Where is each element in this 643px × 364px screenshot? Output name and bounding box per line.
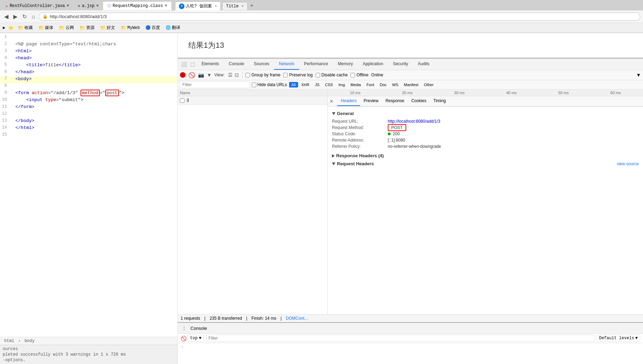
filter-doc[interactable]: Doc bbox=[377, 82, 389, 88]
console-context-select[interactable]: top ▼ bbox=[188, 335, 204, 342]
filter-css[interactable]: CSS bbox=[323, 82, 335, 88]
referrer-policy-value: no-referrer-when-downgrade bbox=[388, 144, 441, 149]
devtools-device-btn[interactable]: ⬚ bbox=[189, 60, 197, 68]
tab-elements[interactable]: Elements bbox=[197, 59, 224, 70]
filter-input[interactable] bbox=[180, 81, 250, 88]
tab-performance[interactable]: Performance bbox=[299, 59, 333, 70]
disable-cache-label[interactable]: Disable cache bbox=[316, 73, 348, 77]
grid-view-btn[interactable]: ⊡ bbox=[234, 71, 240, 78]
request-checkbox-3[interactable] bbox=[180, 98, 184, 103]
close-jsp-tab[interactable]: × bbox=[96, 3, 99, 8]
filter-ws[interactable]: WS bbox=[390, 82, 401, 88]
console-clear-btn[interactable]: 🚫 bbox=[181, 336, 186, 341]
general-toggle-icon bbox=[332, 112, 335, 115]
detail-request-method: Request Method: POST bbox=[332, 124, 639, 131]
breadcrumb-html[interactable]: html bbox=[4, 339, 14, 343]
browser-tab-active[interactable]: e 人吃? 饭回案 × bbox=[175, 1, 221, 10]
tab-bar: ☕ RestFulController.java × ◈ a.jsp × ⬡ R… bbox=[0, 0, 643, 10]
tab-audits[interactable]: Audits bbox=[413, 59, 434, 70]
filter-js[interactable]: JS bbox=[312, 82, 322, 88]
filter-button[interactable]: ▼ bbox=[207, 72, 212, 78]
offline-label[interactable]: Offline bbox=[350, 73, 368, 77]
footer-dom[interactable]: DOMCont... bbox=[286, 316, 308, 321]
hide-data-url-label[interactable]: Hide data URLs bbox=[252, 82, 287, 87]
response-headers-toggle[interactable]: Response Headers (4) bbox=[332, 152, 639, 159]
bookmark-resources[interactable]: 📁资源 bbox=[78, 24, 96, 31]
timeline-header: 10 ms 20 ms 30 ms 40 ms 50 ms 60 ms bbox=[328, 90, 643, 96]
preserve-log-label[interactable]: Preserve log bbox=[283, 73, 312, 77]
hide-data-url-checkbox[interactable] bbox=[252, 83, 256, 87]
group-by-frame-checkbox[interactable] bbox=[245, 73, 250, 77]
console-icon-btn[interactable]: ⋮ bbox=[181, 324, 188, 332]
bookmark-shoucang[interactable]: 📁收藏 bbox=[16, 24, 34, 31]
details-tab-cookies[interactable]: Cookies bbox=[408, 96, 430, 106]
group-by-frame-label[interactable]: Group by frame bbox=[245, 73, 280, 77]
bookmarks-bar: ▶ ⭐ 📁收藏 📁媒体 📁云网 📁资源 📁好文 📁MyWeb 🔵百度 🌐翻译 bbox=[0, 23, 643, 33]
group-by-frame-text: Group by frame bbox=[251, 73, 280, 77]
status-code-value: 200 bbox=[388, 131, 400, 136]
filter-xhr[interactable]: XHR bbox=[299, 82, 312, 88]
editor-tab-jsp[interactable]: ◈ a.jsp × bbox=[74, 2, 103, 10]
new-tab-button[interactable]: + bbox=[248, 2, 256, 10]
bookmark-cloud[interactable]: 📁云网 bbox=[58, 24, 75, 31]
bottom-console: ⋮ Console 🚫 top ▼ Default levels ▼ bbox=[178, 322, 643, 364]
bookmark-haowu[interactable]: 📁好文 bbox=[99, 24, 116, 31]
bookmark-media[interactable]: 📁媒体 bbox=[37, 24, 55, 31]
filter-other[interactable]: Other bbox=[422, 82, 436, 88]
tab-sources[interactable]: Sources bbox=[249, 59, 274, 70]
list-view-btn[interactable]: ☰ bbox=[227, 71, 233, 78]
details-tab-preview[interactable]: Preview bbox=[360, 96, 382, 106]
editor-tab-class[interactable]: ⬡ RequestMapping.class × bbox=[103, 2, 172, 10]
console-prompt: › bbox=[181, 344, 640, 350]
view-source-link[interactable]: view source bbox=[617, 161, 639, 166]
clear-button[interactable]: 🚫 bbox=[188, 72, 195, 78]
close-browser-tab[interactable]: × bbox=[215, 4, 217, 8]
close-details-button[interactable]: × bbox=[328, 98, 335, 105]
network-panel: 🚫 📷 ▼ View: ☰ ⊡ Group by frame bbox=[178, 70, 643, 322]
devtools-inspect-btn[interactable]: ⬜ bbox=[179, 60, 189, 68]
console-level-arrow: ▼ bbox=[635, 336, 638, 341]
bookmark-baidu[interactable]: 🔵百度 bbox=[144, 24, 161, 31]
camera-button[interactable]: 📷 bbox=[198, 72, 204, 78]
reload-button[interactable]: ↻ bbox=[21, 12, 28, 21]
tab-application[interactable]: Application bbox=[358, 59, 388, 70]
footer-sep3: | bbox=[280, 316, 281, 321]
close-java-tab[interactable]: × bbox=[67, 3, 69, 8]
breadcrumb-body[interactable]: body bbox=[24, 339, 35, 343]
home-button[interactable]: ⌂ bbox=[30, 12, 37, 21]
forward-button[interactable]: ▶ bbox=[12, 12, 19, 21]
offline-checkbox[interactable] bbox=[350, 73, 355, 77]
filter-img[interactable]: Img bbox=[336, 82, 347, 88]
request-row-3[interactable]: 3 bbox=[178, 96, 327, 105]
code-line-12: 12 bbox=[0, 111, 177, 118]
details-tab-response[interactable]: Response bbox=[382, 96, 408, 106]
preserve-log-checkbox[interactable] bbox=[283, 73, 288, 77]
filter-all[interactable]: All bbox=[289, 82, 298, 88]
network-main: Name 10 ms 20 ms 30 ms 40 ms 50 ms 60 ms bbox=[178, 90, 643, 322]
editor-tab-java[interactable]: ☕ RestFulController.java × bbox=[1, 2, 74, 10]
tab-console[interactable]: Console bbox=[224, 59, 249, 70]
editor-tab-java-label: RestFulController.java bbox=[10, 3, 65, 8]
back-button[interactable]: ◀ bbox=[3, 12, 10, 21]
details-tab-timing[interactable]: Timing bbox=[430, 96, 449, 106]
close-class-tab[interactable]: × bbox=[165, 3, 167, 8]
details-tab-headers[interactable]: Headers bbox=[337, 96, 360, 106]
address-bar[interactable]: 🔒 http://localhost:8080/add/1/3 bbox=[39, 13, 640, 21]
filter-manifest[interactable]: Manifest bbox=[401, 82, 421, 88]
network-settings-btn[interactable]: ▼ bbox=[636, 72, 641, 78]
console-filter-input[interactable] bbox=[206, 335, 595, 342]
browser-tab-title[interactable]: Title × bbox=[222, 2, 248, 10]
record-button[interactable] bbox=[180, 72, 186, 78]
close-title-tab[interactable]: × bbox=[241, 4, 244, 8]
tab-security[interactable]: Security bbox=[388, 59, 413, 70]
filter-type-buttons: All XHR JS CSS Img Media Font Doc WS Man… bbox=[289, 82, 436, 88]
bookmark-translate[interactable]: 🌐翻译 bbox=[164, 24, 182, 31]
tab-network[interactable]: Network bbox=[274, 59, 299, 70]
tab-memory[interactable]: Memory bbox=[333, 59, 358, 70]
filter-font[interactable]: Font bbox=[364, 82, 377, 88]
filter-media[interactable]: Media bbox=[348, 82, 363, 88]
console-level-select[interactable]: Default levels ▼ bbox=[597, 335, 640, 342]
disable-cache-checkbox[interactable] bbox=[316, 73, 320, 77]
code-line-5: 5 <title>Title</title> bbox=[0, 62, 177, 69]
bookmark-myweb[interactable]: 📁MyWeb bbox=[119, 24, 141, 31]
